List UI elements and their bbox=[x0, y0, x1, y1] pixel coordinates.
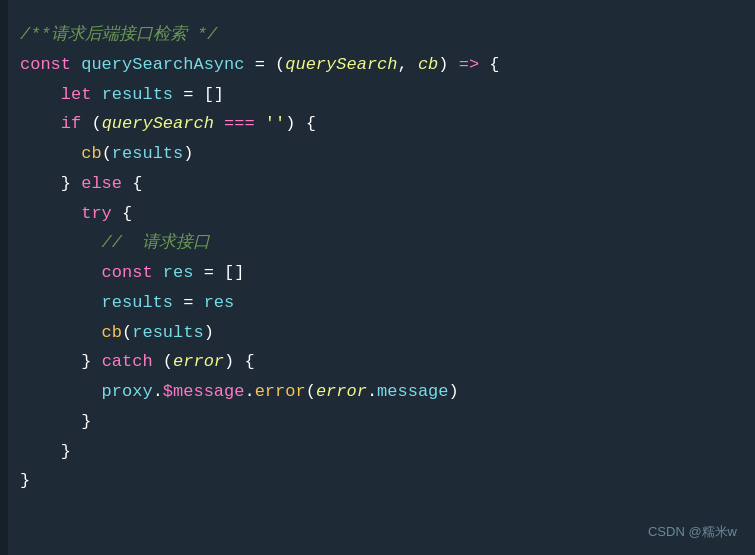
code-token: let bbox=[20, 80, 102, 110]
code-line: if (querySearch === '') { bbox=[20, 109, 755, 139]
code-token: ) bbox=[438, 50, 458, 80]
code-token: [] bbox=[224, 258, 244, 288]
code-line: proxy.$message.error(error.message) bbox=[20, 377, 755, 407]
code-line: // 请求接口 bbox=[20, 228, 755, 258]
code-token: cb bbox=[418, 50, 438, 80]
code-token: . bbox=[244, 377, 254, 407]
code-token: else bbox=[81, 169, 122, 199]
code-token: => bbox=[459, 50, 479, 80]
code-token: ) bbox=[204, 318, 214, 348]
code-token: '' bbox=[265, 109, 285, 139]
code-token: res bbox=[204, 288, 235, 318]
code-token: } bbox=[20, 407, 91, 437]
code-token: ( bbox=[153, 347, 173, 377]
code-token: $message bbox=[163, 377, 245, 407]
code-token: res bbox=[163, 258, 194, 288]
code-token: querySearchAsync bbox=[81, 50, 244, 80]
code-token: const bbox=[20, 50, 81, 80]
code-token: { bbox=[479, 50, 499, 80]
code-lines: /**请求后端接口检索 */const querySearchAsync = (… bbox=[0, 20, 755, 496]
code-token: error bbox=[173, 347, 224, 377]
code-token: results bbox=[20, 288, 173, 318]
code-token: { bbox=[122, 169, 142, 199]
code-token: = bbox=[173, 80, 204, 110]
code-line: /**请求后端接口检索 */ bbox=[20, 20, 755, 50]
code-line: } else { bbox=[20, 169, 755, 199]
code-line: } bbox=[20, 407, 755, 437]
code-token: ( bbox=[102, 139, 112, 169]
code-line: cb(results) bbox=[20, 318, 755, 348]
code-line: try { bbox=[20, 199, 755, 229]
code-token: [] bbox=[204, 80, 224, 110]
code-token: . bbox=[153, 377, 163, 407]
code-token: } bbox=[20, 169, 81, 199]
left-border bbox=[0, 0, 8, 555]
code-token: = bbox=[173, 288, 204, 318]
code-line: } catch (error) { bbox=[20, 347, 755, 377]
code-token: querySearch bbox=[285, 50, 397, 80]
code-token: message bbox=[377, 377, 448, 407]
watermark: CSDN @糯米w bbox=[648, 521, 737, 543]
code-token: error bbox=[255, 377, 306, 407]
code-token: } bbox=[20, 347, 102, 377]
code-token: 请求接口 bbox=[132, 228, 210, 258]
code-token: catch bbox=[102, 347, 153, 377]
code-token: = bbox=[193, 258, 224, 288]
code-token: ( bbox=[91, 109, 101, 139]
code-token: results bbox=[102, 80, 173, 110]
code-token: === bbox=[214, 109, 265, 139]
code-token: } bbox=[20, 466, 30, 496]
code-token: querySearch bbox=[102, 109, 214, 139]
code-token: 请求后端接口检索 bbox=[51, 20, 187, 50]
code-line: const res = [] bbox=[20, 258, 755, 288]
code-token: cb bbox=[20, 318, 122, 348]
code-line: results = res bbox=[20, 288, 755, 318]
code-token: results bbox=[112, 139, 183, 169]
code-token: cb bbox=[20, 139, 102, 169]
code-token: ( bbox=[122, 318, 132, 348]
code-token: error bbox=[316, 377, 367, 407]
code-editor: /**请求后端接口检索 */const querySearchAsync = (… bbox=[0, 0, 755, 555]
code-token: { bbox=[112, 199, 132, 229]
code-token: . bbox=[367, 377, 377, 407]
code-token: try bbox=[20, 199, 112, 229]
code-token: ) { bbox=[285, 109, 316, 139]
code-token: proxy bbox=[20, 377, 153, 407]
code-line: } bbox=[20, 466, 755, 496]
code-line: const querySearchAsync = (querySearch, c… bbox=[20, 50, 755, 80]
code-token: ) bbox=[449, 377, 459, 407]
code-token: ) { bbox=[224, 347, 255, 377]
code-line: let results = [] bbox=[20, 80, 755, 110]
code-token: } bbox=[20, 437, 71, 467]
code-token: /** bbox=[20, 20, 51, 50]
code-token: // bbox=[20, 228, 132, 258]
code-token: const bbox=[20, 258, 163, 288]
code-line: cb(results) bbox=[20, 139, 755, 169]
code-token: = ( bbox=[244, 50, 285, 80]
code-token: if bbox=[20, 109, 91, 139]
code-token: results bbox=[132, 318, 203, 348]
code-token: ) bbox=[183, 139, 193, 169]
code-token: */ bbox=[187, 20, 218, 50]
code-line: } bbox=[20, 437, 755, 467]
code-token: ( bbox=[306, 377, 316, 407]
code-token: , bbox=[397, 50, 417, 80]
